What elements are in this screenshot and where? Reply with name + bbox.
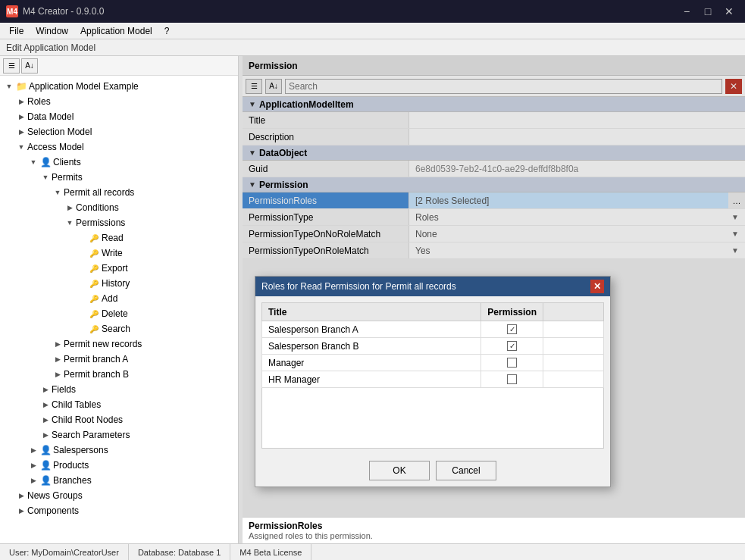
tree-node-branches[interactable]: ▶ 👤 Branches: [0, 473, 238, 488]
expand-icon[interactable]: ▶: [52, 368, 64, 380]
tree-node-search-parameters[interactable]: ▶ Search Parameters: [0, 427, 238, 443]
close-button[interactable]: ✕: [719, 4, 739, 19]
tree-panel: ☰ A↓ ▼ 📁 Application Model Example ▶ Rol…: [0, 56, 239, 543]
expand-icon: [76, 293, 88, 305]
tree-label: History: [102, 278, 130, 289]
menu-window[interactable]: Window: [30, 24, 74, 38]
cancel-button[interactable]: Cancel: [436, 461, 496, 480]
tree-node-roles[interactable]: ▶ Roles: [0, 94, 238, 109]
expand-icon[interactable]: ▶: [64, 202, 76, 214]
expand-icon[interactable]: ▶: [52, 338, 64, 350]
expand-icon[interactable]: ▶: [27, 444, 39, 456]
expand-icon[interactable]: ▶: [52, 353, 64, 365]
tree-node-application-model-example[interactable]: ▼ 📁 Application Model Example: [0, 79, 238, 94]
status-user: User: MyDomain\CreatorUser: [0, 544, 129, 560]
tree-node-clients[interactable]: ▼ 👤 Clients: [0, 155, 238, 170]
tree-node-read[interactable]: 🔑 Read: [0, 230, 238, 246]
roles-dialog: Roles for Read Permission for Permit all…: [255, 276, 611, 487]
status-database: Database: Database 1: [129, 544, 230, 560]
dialog-close-button[interactable]: ✕: [590, 280, 604, 293]
tree-node-search[interactable]: 🔑 Search: [0, 321, 238, 336]
tree-node-products[interactable]: ▶ 👤 Products: [0, 458, 238, 473]
expand-icon[interactable]: ▶: [15, 111, 27, 123]
tree-node-child-root-nodes[interactable]: ▶ Child Root Nodes: [0, 412, 238, 427]
expand-icon[interactable]: ▼: [52, 186, 64, 199]
tree-node-data-model[interactable]: ▶ Data Model: [0, 109, 238, 124]
tree-label: Permit branch B: [64, 369, 129, 380]
tree-node-write[interactable]: 🔑 Write: [0, 246, 238, 261]
expand-icon[interactable]: ▶: [15, 505, 27, 517]
col-header-permission: Permission: [481, 303, 543, 321]
tree-label: Write: [102, 248, 123, 258]
tree-node-export[interactable]: 🔑 Export: [0, 261, 238, 276]
expand-icon[interactable]: ▼: [27, 156, 39, 168]
tree-node-add[interactable]: 🔑 Add: [0, 291, 238, 306]
tree-node-delete[interactable]: 🔑 Delete: [0, 306, 238, 321]
tree-node-history[interactable]: 🔑 History: [0, 276, 238, 291]
key-icon: 🔑: [88, 277, 100, 289]
tree-node-permits[interactable]: ▼ Permits: [0, 170, 238, 185]
app-title: M4 Creator - 0.9.0.0: [23, 6, 104, 17]
ok-button[interactable]: OK: [369, 461, 430, 480]
expand-icon[interactable]: ▶: [15, 95, 27, 108]
tree-label: Delete: [102, 308, 128, 319]
tree-label: Application Model Example: [29, 81, 139, 92]
tree-node-access-model[interactable]: ▼ Access Model: [0, 139, 238, 155]
expand-icon[interactable]: ▶: [39, 399, 52, 411]
tree-list-button[interactable]: ☰: [3, 58, 20, 74]
role-checkbox-0[interactable]: [507, 324, 517, 334]
role-permission-cell: [481, 371, 543, 388]
expand-icon[interactable]: ▼: [39, 171, 52, 183]
menu-help[interactable]: ?: [158, 24, 176, 38]
expand-icon[interactable]: ▼: [64, 217, 76, 229]
dialog-content: Title Permission Salesperson Branch A: [255, 296, 610, 455]
tree-node-child-tables[interactable]: ▶ Child Tables: [0, 397, 238, 412]
breadcrumb: Edit Application Model: [6, 42, 95, 53]
table-row: Manager: [262, 355, 604, 371]
tree-sort-button[interactable]: A↓: [21, 58, 38, 74]
minimize-button[interactable]: −: [677, 4, 696, 19]
expand-icon[interactable]: ▶: [27, 474, 39, 486]
menu-file[interactable]: File: [3, 24, 30, 38]
status-license: M4 Beta License: [230, 544, 311, 560]
tree-label: Conditions: [76, 202, 119, 213]
tree-node-permissions[interactable]: ▼ Permissions: [0, 215, 238, 230]
expand-icon[interactable]: ▶: [39, 429, 52, 441]
key-icon: 🔑: [88, 308, 100, 320]
expand-icon[interactable]: ▶: [15, 490, 27, 502]
tree-node-selection-model[interactable]: ▶ Selection Model: [0, 124, 238, 139]
tree-node-conditions[interactable]: ▶ Conditions: [0, 200, 238, 215]
dialog-title-bar: Roles for Read Permission for Permit all…: [255, 277, 610, 296]
menu-bar: File Window Application Model ?: [0, 23, 745, 39]
role-extra-cell: [543, 355, 604, 371]
tree-label: Permissions: [76, 217, 125, 228]
menu-application-model[interactable]: Application Model: [74, 24, 158, 38]
table-row: Salesperson Branch B: [262, 338, 604, 355]
tree-label: Components: [27, 505, 79, 516]
expand-icon[interactable]: ▶: [39, 383, 52, 396]
expand-icon[interactable]: ▶: [15, 126, 27, 138]
tree-node-permit-new-records[interactable]: ▶ Permit new records: [0, 336, 238, 352]
expand-icon[interactable]: ▶: [27, 459, 39, 471]
role-title-cell: Salesperson Branch B: [262, 338, 481, 355]
tree-label: Fields: [52, 384, 76, 395]
expand-icon[interactable]: ▼: [3, 80, 15, 92]
expand-icon[interactable]: ▶: [39, 414, 52, 426]
tree-node-components[interactable]: ▶ Components: [0, 503, 238, 518]
tree-node-permit-all-records[interactable]: ▼ Permit all records: [0, 185, 238, 200]
tree-node-permit-branch-b[interactable]: ▶ Permit branch B: [0, 367, 238, 382]
maximize-button[interactable]: □: [698, 4, 718, 19]
tree-label: Data Model: [27, 111, 74, 122]
role-checkbox-3[interactable]: [507, 374, 517, 384]
status-bar: User: MyDomain\CreatorUser Database: Dat…: [0, 543, 745, 560]
tree-node-salespersons[interactable]: ▶ 👤 Salespersons: [0, 443, 238, 458]
tree-node-news-groups[interactable]: ▶ News Groups: [0, 488, 238, 503]
tree-node-permit-branch-a[interactable]: ▶ Permit branch A: [0, 352, 238, 367]
tree-node-fields[interactable]: ▶ Fields: [0, 382, 238, 397]
role-checkbox-1[interactable]: [507, 341, 517, 351]
expand-icon[interactable]: ▼: [15, 141, 27, 153]
role-checkbox-2[interactable]: [507, 358, 517, 368]
role-extra-cell: [543, 371, 604, 388]
info-bar: PermissionRoles Assigned roles to this p…: [243, 517, 745, 543]
expand-icon: [76, 323, 88, 335]
